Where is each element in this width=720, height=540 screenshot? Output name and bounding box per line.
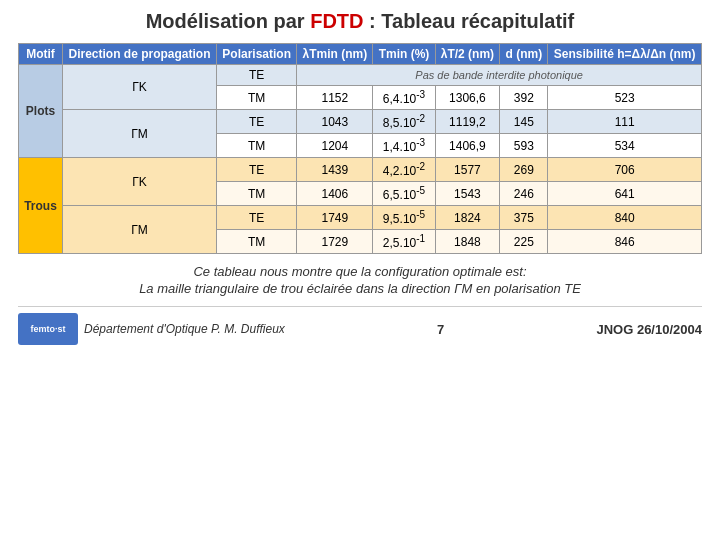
tmin-nm: 1043	[297, 110, 373, 134]
page-number: 7	[437, 322, 444, 337]
tmin-nm: 1729	[297, 230, 373, 254]
tmin-nm: 1439	[297, 158, 373, 182]
sens: 641	[548, 182, 702, 206]
sens: 846	[548, 230, 702, 254]
footer-line2: La maille triangulaire de trou éclairée …	[18, 281, 702, 296]
tmin-nm: 1204	[297, 134, 373, 158]
header-d: d (nm)	[500, 44, 548, 65]
pol-tm: TM	[217, 86, 297, 110]
title-suffix: : Tableau récapitulatif	[364, 10, 575, 32]
pol-te: TE	[217, 158, 297, 182]
pol-tm: TM	[217, 182, 297, 206]
motif-trous: Trous	[19, 158, 63, 254]
logo-text: femto·st	[30, 324, 65, 334]
tmin-pct: 1,4.10-3	[373, 134, 435, 158]
sens: 111	[548, 110, 702, 134]
pol-te: TE	[217, 110, 297, 134]
pol-tm: TM	[217, 230, 297, 254]
sens: 706	[548, 158, 702, 182]
jnog-date: JNOG 26/10/2004	[596, 322, 702, 337]
lt2: 1577	[435, 158, 500, 182]
pol-te: TE	[217, 65, 297, 86]
dir-gm-trous: ΓM	[62, 206, 216, 254]
title-highlight: FDTD	[310, 10, 363, 32]
title-prefix: Modélisation par	[146, 10, 310, 32]
lt2: 1406,9	[435, 134, 500, 158]
d: 225	[500, 230, 548, 254]
header-motif: Motif	[19, 44, 63, 65]
lt2: 1848	[435, 230, 500, 254]
table-row: ΓM TE 1749 9,5.10-5 1824 375 840	[19, 206, 702, 230]
header-lt2: λT/2 (nm)	[435, 44, 500, 65]
header-tmin-nm: λTmin (nm)	[297, 44, 373, 65]
page: Modélisation par FDTD : Tableau récapitu…	[0, 0, 720, 540]
motif-plots: Plots	[19, 65, 63, 158]
d: 145	[500, 110, 548, 134]
d: 375	[500, 206, 548, 230]
dept-text: Département d'Optique P. M. Duffieux	[84, 322, 285, 336]
tmin-pct: 2,5.10-1	[373, 230, 435, 254]
tmin-nm: 1749	[297, 206, 373, 230]
pas-de-bande: Pas de bande interdite photonique	[297, 65, 702, 86]
data-table: Motif Direction de propagation Polarisat…	[18, 43, 702, 254]
d: 246	[500, 182, 548, 206]
tmin-nm: 1406	[297, 182, 373, 206]
lt2: 1824	[435, 206, 500, 230]
header-sens: Sensibilité h=Δλ/Δn (nm)	[548, 44, 702, 65]
tmin-pct: 9,5.10-5	[373, 206, 435, 230]
d: 593	[500, 134, 548, 158]
table-row: ΓM TE 1043 8,5.10-2 1119,2 145 111	[19, 110, 702, 134]
lt2: 1306,6	[435, 86, 500, 110]
tmin-pct: 8,5.10-2	[373, 110, 435, 134]
dir-gk-trous: ΓK	[62, 158, 216, 206]
footer-bottom: femto·st Département d'Optique P. M. Duf…	[18, 306, 702, 345]
logo: femto·st	[18, 313, 78, 345]
footer-line1: Ce tableau nous montre que la configurat…	[18, 264, 702, 279]
dir-gm-plots: ΓM	[62, 110, 216, 158]
tmin-nm: 1152	[297, 86, 373, 110]
table-row: Plots ΓK TE Pas de bande interdite photo…	[19, 65, 702, 86]
lt2: 1543	[435, 182, 500, 206]
logo-area: femto·st Département d'Optique P. M. Duf…	[18, 313, 285, 345]
header-tmin-pct: Tmin (%)	[373, 44, 435, 65]
page-title: Modélisation par FDTD : Tableau récapitu…	[18, 10, 702, 33]
tmin-pct: 6,5.10-5	[373, 182, 435, 206]
tmin-pct: 4,2.10-2	[373, 158, 435, 182]
header-polarisation: Polarisation	[217, 44, 297, 65]
header-direction: Direction de propagation	[62, 44, 216, 65]
lt2: 1119,2	[435, 110, 500, 134]
tmin-pct: 6,4.10-3	[373, 86, 435, 110]
dir-gk-plots: ΓK	[62, 65, 216, 110]
pol-tm: TM	[217, 134, 297, 158]
sens: 534	[548, 134, 702, 158]
sens: 523	[548, 86, 702, 110]
pol-te: TE	[217, 206, 297, 230]
d: 392	[500, 86, 548, 110]
table-row: Trous ΓK TE 1439 4,2.10-2 1577 269 706	[19, 158, 702, 182]
d: 269	[500, 158, 548, 182]
sens: 840	[548, 206, 702, 230]
